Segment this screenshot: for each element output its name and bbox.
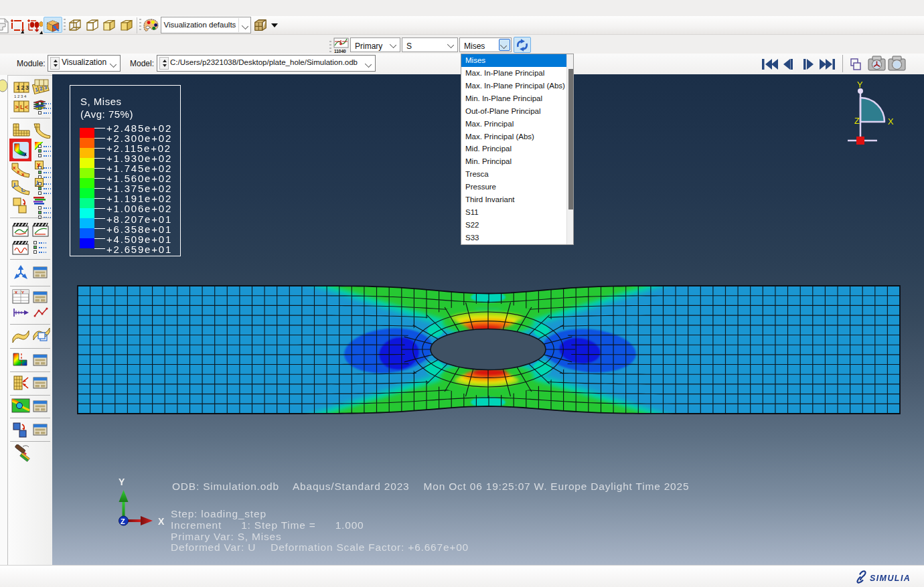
svg-text:SIMULIA: SIMULIA — [870, 574, 911, 583]
